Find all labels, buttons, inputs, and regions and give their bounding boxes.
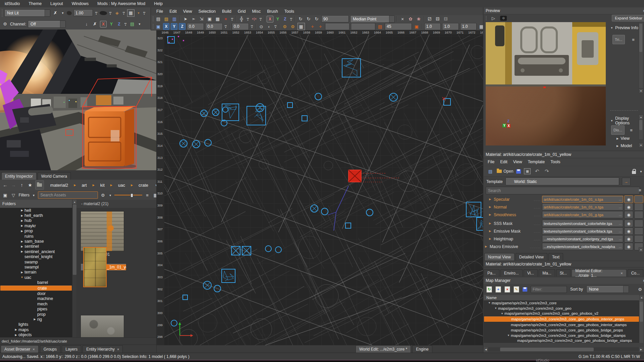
tab-detailed-view[interactable]: Detailed View <box>516 253 547 260</box>
map-row[interactable]: ▼maps/game/sp/e2m3_core/e2m3_core_geo <box>484 306 639 311</box>
close-group-icon[interactable]: × <box>399 16 406 22</box>
property-value-field[interactable]: art/kit/uac/crate/crate_1m_01_n.tga... <box>542 203 623 210</box>
grid-doc-icon[interactable]: ▤ <box>377 23 383 30</box>
toolbar-grip[interactable] <box>486 16 487 20</box>
toolbar-grip[interactable] <box>153 16 154 21</box>
menu-theme[interactable]: Theme <box>29 1 42 6</box>
position-x-field[interactable]: 0.0 <box>187 23 204 30</box>
tree-item-sentinel[interactable]: ▶sentinel <box>0 244 72 249</box>
tree-item-ruins[interactable]: ruins <box>0 234 72 239</box>
pivot-mode-select[interactable]: Median Point <box>350 15 395 23</box>
chevron-down-icon[interactable]: ▾ <box>108 192 112 198</box>
crumb-crate[interactable]: crate <box>138 183 149 188</box>
tree-item-prop[interactable]: ▶prop <box>0 229 72 234</box>
tab-st[interactable]: St... <box>556 269 571 277</box>
map-row[interactable]: ▼maps/game/sp/e2m3_core/e2m3_core <box>484 300 639 306</box>
crumb-uac[interactable]: uac <box>117 183 126 188</box>
chevron-down-icon[interactable]: ▾ <box>32 192 36 198</box>
scroll-up-icon[interactable]: ▲ <box>639 295 644 300</box>
rotate-z-icon[interactable]: ↻ <box>313 16 320 22</box>
position-z-field[interactable]: 0.0 <box>232 23 249 30</box>
asset-thumbnail-selected[interactable]: crate_1m_01_yellow <box>80 263 126 271</box>
funnel-icon[interactable]: ▽ <box>10 192 17 198</box>
lock-z-button[interactable]: Z <box>179 23 185 30</box>
tree-item-swampl[interactable]: swampl <box>0 264 72 269</box>
tab-layers[interactable]: Layers <box>62 345 81 353</box>
display-scrollbar[interactable] <box>639 119 643 140</box>
map-filter-input[interactable] <box>531 286 567 293</box>
save-map-icon[interactable] <box>523 287 527 292</box>
tree-collapsed-icon[interactable]: ▶ <box>19 230 24 233</box>
constrain-x-button[interactable]: X <box>267 16 273 22</box>
copy-icon[interactable]: ▣ <box>206 16 213 22</box>
spinner-chevrons-icon[interactable]: ▴▴▾ <box>95 11 98 15</box>
slider-knob[interactable] <box>130 193 133 197</box>
menu-help[interactable]: Help <box>154 1 163 6</box>
tree-item-maps[interactable]: ▶maps <box>0 327 72 332</box>
toolbar-grip[interactable] <box>2 9 3 17</box>
rotate-x-icon[interactable]: ↻ <box>297 16 304 22</box>
tab-enviro[interactable]: Enviro... <box>500 269 523 277</box>
forward-icon[interactable]: → <box>10 181 17 189</box>
texture-clear-button[interactable] <box>634 211 643 219</box>
play-icon[interactable]: ▷ <box>490 15 497 21</box>
grid-size-field[interactable]: 45 <box>385 23 412 30</box>
orthographic-viewport[interactable] <box>164 35 483 345</box>
move-tool-icon[interactable]: ➣ <box>190 16 197 22</box>
template-select[interactable]: World: Static <box>505 178 619 185</box>
property-collapsed-icon[interactable]: ▶ <box>489 222 494 225</box>
spinner-chevrons-icon[interactable]: ▴▴▾ <box>224 24 227 28</box>
we-menu-build[interactable]: Build <box>222 9 231 14</box>
tree-expanded-icon[interactable]: ▼ <box>19 276 24 279</box>
material-preview-image[interactable] <box>486 22 606 86</box>
tab-groups[interactable]: Groups <box>40 345 60 353</box>
sort-select[interactable]: None <box>586 286 629 293</box>
tab-asset-browser[interactable]: Asset Browser× <box>1 345 39 353</box>
expand-sidebar-button[interactable]: Expand Sidebar <box>612 15 644 21</box>
property-collapsed-icon[interactable]: ▶ <box>485 245 490 248</box>
tree-item-hub[interactable]: ▶hub <box>0 218 72 223</box>
property-value-field[interactable]: ...es/system/constant_color/black_noalph… <box>542 243 623 250</box>
rotate-y-icon[interactable]: ↻ <box>305 16 312 22</box>
spinner-chevrons-icon[interactable]: ▴▴▾ <box>250 24 254 28</box>
menu-windows[interactable]: Windows <box>72 1 89 6</box>
open-file-icon[interactable]: ▨ <box>163 16 170 22</box>
tree-item-prop[interactable]: prop <box>0 312 72 317</box>
tree-collapsed-icon[interactable]: ▶ <box>19 214 24 217</box>
texture-preview-button[interactable]: ◉ <box>624 243 633 250</box>
scroll-down-icon[interactable]: ▼ <box>639 247 643 252</box>
duplicate-tool-icon[interactable]: ⇲ <box>198 16 205 22</box>
texture-clear-button[interactable] <box>634 235 643 243</box>
texture-preview-button[interactable]: ◉ <box>624 220 633 227</box>
random-all-icon[interactable]: ⚅ <box>442 16 449 22</box>
rotate-step-field[interactable]: 90 <box>321 15 349 22</box>
tree-collapsed-icon[interactable]: ▶ <box>19 245 24 248</box>
tree-item-hell-earth[interactable]: ▶hell_earth <box>0 213 72 218</box>
paste-icon[interactable]: ▩ <box>214 16 221 22</box>
spinner-chevrons-icon[interactable]: ▴▴▾ <box>274 24 277 28</box>
scroll-up-icon[interactable]: ▲ <box>639 115 643 119</box>
texture-clear-button[interactable] <box>634 203 643 211</box>
material-preview-environment[interactable]: Z Y X <box>486 86 606 145</box>
map-row[interactable]: maps/game/sp/e2m3_core/e2m3_core_geo_pho… <box>484 322 639 327</box>
chevron-down-icon[interactable]: ▾ <box>60 10 65 16</box>
spinner-chevrons-icon[interactable]: ▴▴▾ <box>289 17 293 21</box>
texture-preview-button[interactable]: ◉ <box>624 227 633 235</box>
menu-layout[interactable]: Layout <box>50 1 63 6</box>
random-scale-icon[interactable]: ⚄ <box>434 16 441 22</box>
asset-group-header[interactable]: - material2 (21) <box>76 200 157 208</box>
preview-info-section[interactable]: ▼ Preview Info <box>610 25 638 30</box>
spinner-chevrons-icon[interactable]: ▴▴▾ <box>246 17 250 21</box>
tree-collapsed-icon[interactable]: ▶ <box>19 271 24 274</box>
tree-collapsed-icon[interactable]: ▶ <box>19 240 24 243</box>
map-list-hscrollbar[interactable]: ◀ ▶ <box>484 347 643 352</box>
map-expanded-icon[interactable]: ▼ <box>500 312 504 315</box>
crumb-material2[interactable]: material2 <box>49 183 69 188</box>
map-row[interactable]: maps/game/sp/e2m3_core/e2m3_core_geo_pho… <box>484 327 639 333</box>
channel-select[interactable]: Off <box>28 20 66 28</box>
tab-entity-hierarchy[interactable]: Entity Hierarchy× <box>83 345 123 353</box>
template-apply-button[interactable]: → <box>622 178 631 186</box>
grid-apply-icon[interactable]: ▣ <box>413 23 420 30</box>
render-mode-select[interactable]: Not Lit <box>4 9 50 17</box>
gear-icon[interactable]: ⚙ <box>100 192 106 198</box>
